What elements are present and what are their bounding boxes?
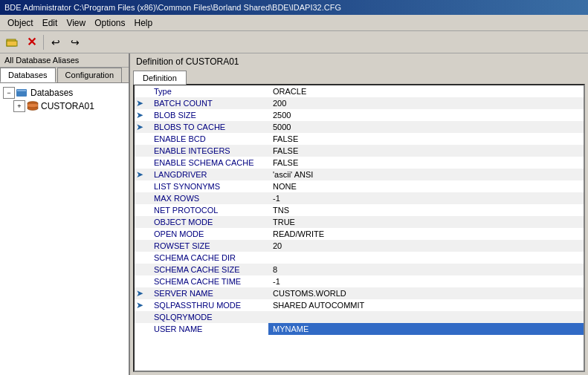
prop-value[interactable]: TRUE bbox=[268, 216, 584, 228]
table-row[interactable]: LIST SYNONYMSNONE bbox=[135, 180, 584, 192]
prop-value[interactable]: SHARED AUTOCOMMIT bbox=[268, 299, 584, 311]
prop-value[interactable]: NONE bbox=[268, 180, 584, 192]
prop-value[interactable]: MYNAME bbox=[268, 323, 584, 335]
table-row[interactable]: ENABLE SCHEMA CACHEFALSE bbox=[135, 157, 584, 169]
toolbar: ✕ ↩ ↪ bbox=[0, 31, 588, 53]
prop-value[interactable]: 'ascii' ANSI bbox=[268, 169, 584, 180]
title-text: BDE Administrator C:\Program Files (x86)… bbox=[4, 3, 341, 12]
table-row[interactable]: ➤SQLPASSTHRU MODESHARED AUTOCOMMIT bbox=[135, 299, 584, 311]
prop-value[interactable]: FALSE bbox=[268, 145, 584, 157]
menu-bar: Object Edit View Options Help bbox=[0, 15, 588, 31]
close-button[interactable]: ✕ bbox=[22, 33, 40, 51]
tree-root-item[interactable]: − Databases bbox=[1, 86, 127, 100]
content-area: All Database Aliases Databases Configura… bbox=[0, 53, 588, 375]
table-row[interactable]: OBJECT MODETRUE bbox=[135, 216, 584, 228]
prop-name: NET PROTOCOL bbox=[149, 204, 268, 216]
prop-value[interactable]: 8 bbox=[268, 264, 584, 275]
right-panel: Definition of CUSTORA01 Definition TypeO… bbox=[130, 53, 588, 375]
prop-value[interactable]: 2500 bbox=[268, 109, 584, 121]
left-panel-header: All Database Aliases bbox=[0, 53, 129, 68]
table-row[interactable]: OPEN MODEREAD/WRITE bbox=[135, 228, 584, 240]
right-header: Definition of CUSTORA01 bbox=[130, 53, 588, 70]
expand-icon-child[interactable]: + bbox=[13, 100, 25, 112]
table-row[interactable]: USER NAMEMYNAME bbox=[135, 323, 584, 335]
menu-object[interactable]: Object bbox=[3, 16, 38, 30]
menu-options[interactable]: Options bbox=[90, 16, 129, 30]
title-bar: BDE Administrator C:\Program Files (x86)… bbox=[0, 0, 588, 15]
prop-value[interactable]: 200 bbox=[268, 97, 584, 109]
prop-name: BLOBS TO CACHE bbox=[149, 121, 268, 133]
menu-edit[interactable]: Edit bbox=[38, 16, 62, 30]
prop-value[interactable]: ORACLE bbox=[268, 85, 584, 97]
table-row[interactable]: SCHEMA CACHE DIR bbox=[135, 252, 584, 264]
prop-value[interactable]: READ/WRITE bbox=[268, 228, 584, 240]
tree-root-label: Databases bbox=[30, 88, 73, 98]
table-row[interactable]: MAX ROWS-1 bbox=[135, 192, 584, 204]
prop-value[interactable] bbox=[268, 311, 584, 323]
tab-databases[interactable]: Databases bbox=[0, 68, 56, 82]
prop-value[interactable]: 20 bbox=[268, 240, 584, 252]
svg-rect-1 bbox=[7, 41, 17, 46]
left-panel: All Database Aliases Databases Configura… bbox=[0, 53, 130, 375]
prop-name: SCHEMA CACHE TIME bbox=[149, 275, 268, 287]
table-row[interactable]: ➤SERVER NAMECUSTOMS.WORLD bbox=[135, 287, 584, 299]
svg-rect-3 bbox=[17, 90, 26, 91]
custora01-label: CUSTORA01 bbox=[41, 101, 94, 111]
custora01-icon bbox=[27, 100, 39, 112]
right-tabs: Definition bbox=[130, 70, 588, 84]
prop-value[interactable]: CUSTOMS.WORLD bbox=[268, 287, 584, 299]
prop-name: ROWSET SIZE bbox=[149, 240, 268, 252]
table-container[interactable]: TypeORACLE➤BATCH COUNT200➤BLOB SIZE2500➤… bbox=[133, 84, 585, 372]
table-row[interactable]: ENABLE BCDFALSE bbox=[135, 133, 584, 145]
table-row[interactable]: NET PROTOCOLTNS bbox=[135, 204, 584, 216]
menu-view[interactable]: View bbox=[62, 16, 90, 30]
prop-value[interactable]: 5000 bbox=[268, 121, 584, 133]
table-row[interactable]: SQLQRYMODE bbox=[135, 311, 584, 323]
prop-value[interactable]: -1 bbox=[268, 275, 584, 287]
prop-value[interactable] bbox=[268, 252, 584, 264]
main-area: All Database Aliases Databases Configura… bbox=[0, 53, 588, 375]
table-row[interactable]: TypeORACLE bbox=[135, 85, 584, 97]
prop-table: TypeORACLE➤BATCH COUNT200➤BLOB SIZE2500➤… bbox=[135, 85, 584, 335]
table-row[interactable]: ➤BLOB SIZE2500 bbox=[135, 109, 584, 121]
prop-name: SCHEMA CACHE DIR bbox=[149, 252, 268, 264]
prop-name: ENABLE INTEGERS bbox=[149, 145, 268, 157]
prop-name: ENABLE BCD bbox=[149, 133, 268, 145]
table-row[interactable]: ➤BATCH COUNT200 bbox=[135, 97, 584, 109]
prop-value[interactable]: FALSE bbox=[268, 133, 584, 145]
tab-configuration[interactable]: Configuration bbox=[57, 68, 122, 82]
prop-name: ENABLE SCHEMA CACHE bbox=[149, 157, 268, 169]
table-row[interactable]: SCHEMA CACHE TIME-1 bbox=[135, 275, 584, 287]
prop-name: SQLQRYMODE bbox=[149, 311, 268, 323]
tree-area: − Databases + bbox=[0, 83, 129, 375]
prop-name: BLOB SIZE bbox=[149, 109, 268, 121]
prop-name: Type bbox=[149, 85, 268, 97]
prop-name: LIST SYNONYMS bbox=[149, 180, 268, 192]
redo-button[interactable]: ↪ bbox=[66, 33, 84, 51]
prop-name: LANGDRIVER bbox=[149, 169, 268, 180]
table-row[interactable]: SCHEMA CACHE SIZE8 bbox=[135, 264, 584, 275]
left-panel-tabs: Databases Configuration bbox=[0, 68, 129, 83]
prop-value[interactable]: FALSE bbox=[268, 157, 584, 169]
undo-button[interactable]: ↩ bbox=[47, 33, 65, 51]
tab-definition[interactable]: Definition bbox=[133, 71, 187, 85]
prop-name: SCHEMA CACHE SIZE bbox=[149, 264, 268, 275]
menu-help[interactable]: Help bbox=[130, 16, 158, 30]
open-button[interactable] bbox=[3, 33, 21, 51]
table-row[interactable]: ➤BLOBS TO CACHE5000 bbox=[135, 121, 584, 133]
prop-name: OBJECT MODE bbox=[149, 216, 268, 228]
table-row[interactable]: ➤LANGDRIVER'ascii' ANSI bbox=[135, 169, 584, 180]
prop-value[interactable]: -1 bbox=[268, 192, 584, 204]
table-row[interactable]: ROWSET SIZE20 bbox=[135, 240, 584, 252]
table-row[interactable]: ENABLE INTEGERSFALSE bbox=[135, 145, 584, 157]
prop-name: USER NAME bbox=[149, 323, 268, 335]
prop-value[interactable]: TNS bbox=[268, 204, 584, 216]
tree-child-item[interactable]: + CUSTORA01 bbox=[1, 100, 127, 113]
prop-name: SERVER NAME bbox=[149, 287, 268, 299]
expand-icon[interactable]: − bbox=[3, 87, 15, 99]
prop-name: BATCH COUNT bbox=[149, 97, 268, 109]
prop-name: SQLPASSTHRU MODE bbox=[149, 299, 268, 311]
databases-icon bbox=[16, 87, 28, 99]
prop-name: MAX ROWS bbox=[149, 192, 268, 204]
prop-name: OPEN MODE bbox=[149, 228, 268, 240]
